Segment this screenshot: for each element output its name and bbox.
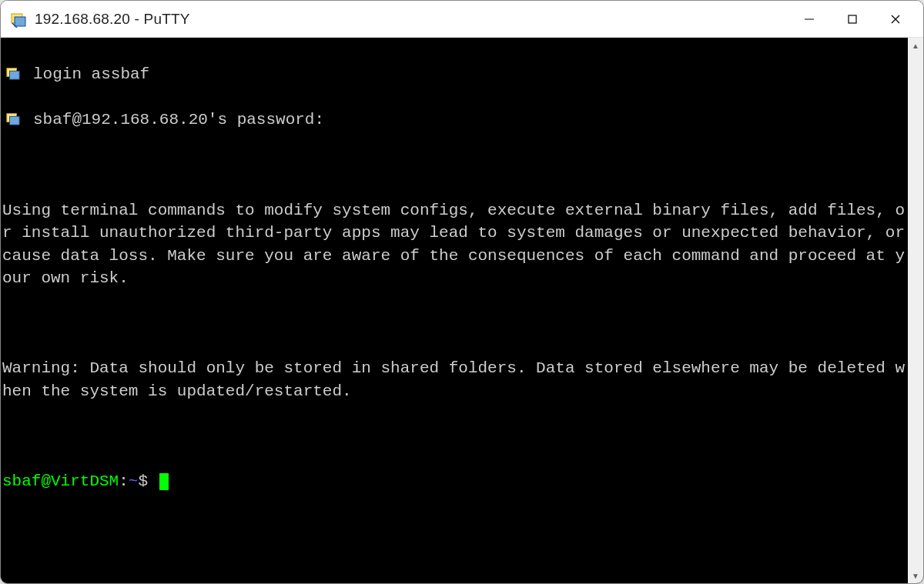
- login-text: login assbaf: [33, 65, 149, 83]
- password-text: sbaf@192.168.68.20's password:: [33, 111, 324, 128]
- terminal-blank-line: [2, 312, 906, 335]
- terminal-cursor: [159, 473, 169, 490]
- terminal-output[interactable]: login assbaf sbaf@192.168.68.20's passwo…: [1, 38, 908, 583]
- warning-text-1: Using terminal commands to modify system…: [2, 199, 906, 290]
- prompt-dollar: $: [138, 472, 157, 490]
- putty-icon: [5, 65, 21, 81]
- terminal-blank-line: [2, 154, 906, 176]
- terminal-container: login assbaf sbaf@192.168.68.20's passwo…: [1, 38, 923, 583]
- putty-icon: [10, 11, 27, 28]
- terminal-blank-line: [2, 425, 906, 448]
- putty-window: 192.168.68.20 - PuTTY login assbaf sbaf@…: [0, 0, 924, 584]
- maximize-button[interactable]: [831, 2, 874, 36]
- prompt-user-host: sbaf@VirtDSM: [2, 472, 119, 490]
- terminal-line: login assbaf: [2, 63, 906, 85]
- window-controls: [788, 2, 917, 36]
- titlebar: 192.168.68.20 - PuTTY: [1, 1, 923, 38]
- svg-rect-8: [9, 72, 19, 80]
- warning-text-2: Warning: Data should only be stored in s…: [2, 357, 906, 402]
- close-button[interactable]: [874, 2, 917, 36]
- putty-icon: [5, 111, 21, 126]
- scroll-down-icon[interactable]: ▼: [908, 568, 923, 583]
- scroll-up-icon[interactable]: ▲: [908, 38, 923, 53]
- svg-rect-4: [849, 15, 856, 23]
- scrollbar[interactable]: ▲ ▼: [908, 38, 923, 583]
- terminal-line: sbaf@192.168.68.20's password:: [2, 108, 906, 131]
- minimize-button[interactable]: [788, 2, 831, 36]
- svg-rect-10: [9, 116, 19, 125]
- prompt-line: sbaf@VirtDSM:~$: [2, 470, 906, 492]
- prompt-path: ~: [129, 472, 139, 490]
- prompt-colon: :: [119, 472, 129, 490]
- svg-rect-1: [15, 17, 25, 26]
- window-title: 192.168.68.20 - PuTTY: [35, 11, 788, 28]
